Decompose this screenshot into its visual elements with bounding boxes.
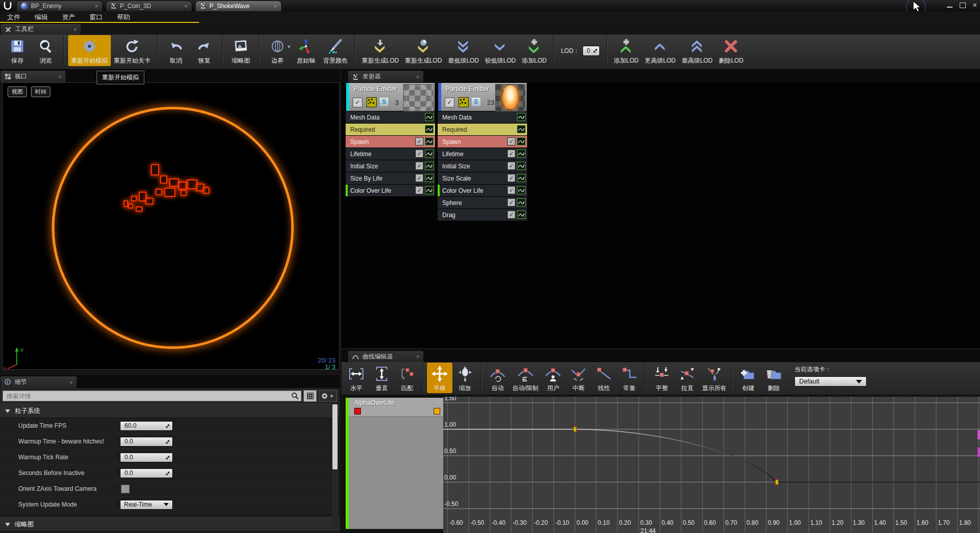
module-curve-icon[interactable]: [517, 137, 526, 145]
toolbar-button-lod-higher[interactable]: 更高级LOD: [642, 35, 679, 66]
doc-tab-close-icon[interactable]: ×: [274, 3, 277, 9]
menu-item-编辑[interactable]: 编辑: [27, 13, 55, 22]
solo-button[interactable]: S: [380, 98, 388, 106]
module-enabled-checkbox[interactable]: ✓: [415, 162, 423, 170]
module-curve-icon[interactable]: [517, 125, 526, 133]
checkbox[interactable]: [121, 485, 130, 493]
module-required[interactable]: Required: [438, 124, 527, 136]
module-mesh-data[interactable]: Mesh Data: [438, 111, 527, 124]
toolbar-button-bounds[interactable]: ▼边界: [263, 35, 292, 66]
module-size-by-life[interactable]: Size By Life✓: [346, 172, 435, 185]
dropdown-select[interactable]: Real-Time: [120, 500, 173, 510]
curve-button-tan-break[interactable]: 中断: [566, 363, 591, 393]
lod-value-spinner[interactable]: 0: [583, 46, 600, 56]
doc-tab-p_shokewave[interactable]: P_ShokeWave×: [195, 1, 282, 11]
toolbar-button-lod-lowest[interactable]: 最低级LOD: [445, 35, 482, 66]
tab-emitters[interactable]: 发射器 ×: [348, 70, 424, 82]
module-curve-icon[interactable]: [517, 150, 526, 158]
module-lifetime[interactable]: Lifetime✓: [438, 148, 527, 160]
tab-details[interactable]: i 细节 ×: [0, 376, 77, 388]
spin-input[interactable]: 0.0: [120, 453, 173, 462]
module-enabled-checkbox[interactable]: ✓: [415, 174, 423, 182]
toolbar-button-lod-highest[interactable]: 最高级LOD: [679, 35, 716, 66]
module-curve-icon[interactable]: [425, 174, 434, 182]
module-curve-icon[interactable]: [517, 198, 526, 206]
tab-viewport[interactable]: 视口 ×: [0, 70, 66, 82]
view-options-button[interactable]: ▼: [319, 390, 337, 402]
menu-item-文件[interactable]: 文件: [0, 13, 27, 22]
module-enabled-checkbox[interactable]: ✓: [415, 186, 423, 194]
tab-viewport-close-icon[interactable]: ×: [58, 74, 62, 80]
curve-track-red-swatch[interactable]: [354, 408, 361, 414]
spin-input[interactable]: 60.0: [120, 421, 173, 431]
curve-button-tab-create[interactable]: 创建: [736, 363, 761, 393]
module-required[interactable]: Required: [346, 124, 435, 136]
tab-emitters-close-icon[interactable]: ×: [416, 74, 419, 80]
tab-toolbar[interactable]: 工具栏 ×: [0, 23, 81, 35]
curve-button-tan-user[interactable]: 用户: [540, 363, 566, 393]
preview-viewport[interactable]: 视图 时间 Y x 20/ 23 1/ 3: [2, 82, 340, 370]
emitter-header[interactable]: Particle Emitter✓S23: [438, 82, 527, 111]
current-tab-dropdown[interactable]: Default: [794, 376, 867, 387]
doc-tab-close-icon[interactable]: ×: [185, 3, 188, 9]
toolbar-button-gear[interactable]: 重新开始模拟: [68, 35, 111, 66]
module-spawn[interactable]: Spawn✓: [438, 136, 527, 148]
curve-button-tan-auto[interactable]: 自动: [485, 363, 510, 393]
curve-button-show-all[interactable]: 显示所有: [700, 363, 728, 393]
close-button[interactable]: ×: [973, 2, 977, 9]
curve-graph[interactable]: 1.501.000.500.00-0.50-0.60-0.50-0.40-0.3…: [443, 397, 980, 533]
maximize-button[interactable]: [960, 3, 966, 8]
toolbar-button-save[interactable]: 保存: [3, 35, 32, 66]
spin-input[interactable]: 0.0: [120, 437, 173, 447]
curve-track-orange-swatch[interactable]: [434, 408, 440, 414]
module-initial-size[interactable]: Initial Size✓: [346, 160, 435, 172]
section-header-1[interactable]: 缩略图: [0, 517, 340, 531]
toolbar-button-bgcolor[interactable]: 背景颜色: [320, 35, 351, 66]
view-menu-button[interactable]: 视图: [8, 86, 27, 97]
toolbar-button-restart[interactable]: 重新开始关卡: [111, 35, 154, 66]
toolbar-button-lod-lower[interactable]: 较低级LOD: [482, 35, 519, 66]
module-enabled-checkbox[interactable]: ✓: [415, 150, 423, 158]
module-curve-icon[interactable]: [517, 174, 526, 182]
toolbar-button-redo[interactable]: 恢复: [190, 35, 219, 66]
doc-tab-p_coin_3d[interactable]: P_Coin_3D×: [106, 1, 192, 11]
module-curve-icon[interactable]: [517, 211, 526, 219]
alpha-over-life-curve[interactable]: 1.501.000.500.00-0.50-0.60-0.50-0.40-0.3…: [443, 397, 980, 533]
tab-curve-editor[interactable]: 曲线编辑器 ×: [348, 350, 424, 362]
doc-tab-close-icon[interactable]: ×: [95, 3, 98, 9]
module-enabled-checkbox[interactable]: ✓: [507, 174, 515, 182]
curve-button-fit-v[interactable]: 垂直: [369, 363, 394, 393]
module-enabled-checkbox[interactable]: ✓: [507, 137, 515, 145]
tab-toolbar-close-icon[interactable]: ×: [74, 26, 77, 33]
module-lifetime[interactable]: Lifetime✓: [346, 148, 435, 160]
module-sphere[interactable]: Sphere✓: [438, 197, 527, 209]
module-curve-icon[interactable]: [517, 113, 526, 121]
doc-tab-bp_enemy[interactable]: BP_Enemy×: [16, 1, 103, 11]
curve-button-tan-clamp[interactable]: 自动/限制: [510, 363, 540, 393]
module-color-over-life[interactable]: Color Over Life✓: [438, 185, 527, 197]
menu-item-窗口[interactable]: 窗口: [82, 13, 110, 22]
module-mesh-data[interactable]: Mesh Data: [346, 111, 435, 124]
solo-button[interactable]: S: [472, 98, 480, 106]
module-curve-icon[interactable]: [517, 162, 526, 170]
curve-button-tan-const[interactable]: 常量: [617, 363, 642, 393]
toolbar-button-undo[interactable]: 取消: [162, 35, 190, 66]
emitter-enabled-checkbox[interactable]: ✓: [445, 98, 454, 107]
module-initial-size[interactable]: Initial Size✓: [438, 160, 527, 172]
curve-button-zoomtool[interactable]: 缩放: [452, 363, 478, 393]
details-scrollbar[interactable]: [332, 403, 338, 529]
module-color-over-life[interactable]: Color Over Life✓: [346, 185, 435, 197]
module-curve-icon[interactable]: [425, 137, 434, 145]
toolbar-button-lod-add-down[interactable]: 添加LOD: [519, 35, 550, 66]
module-curve-icon[interactable]: [425, 113, 434, 121]
module-enabled-checkbox[interactable]: ✓: [507, 186, 515, 194]
emitter-header[interactable]: Particle Emitter✓S3: [346, 82, 435, 111]
toolbar-button-lod-delete[interactable]: 删除LOD: [716, 35, 747, 66]
tab-details-close-icon[interactable]: ×: [70, 379, 73, 386]
toolbar-button-thumbnail[interactable]: 缩略图: [227, 35, 255, 66]
module-enabled-checkbox[interactable]: ✓: [507, 162, 515, 170]
module-curve-icon[interactable]: [425, 125, 434, 133]
time-menu-button[interactable]: 时间: [31, 86, 50, 97]
scrollbar-thumb[interactable]: [332, 404, 338, 469]
curve-button-pan[interactable]: 平移: [427, 363, 452, 393]
